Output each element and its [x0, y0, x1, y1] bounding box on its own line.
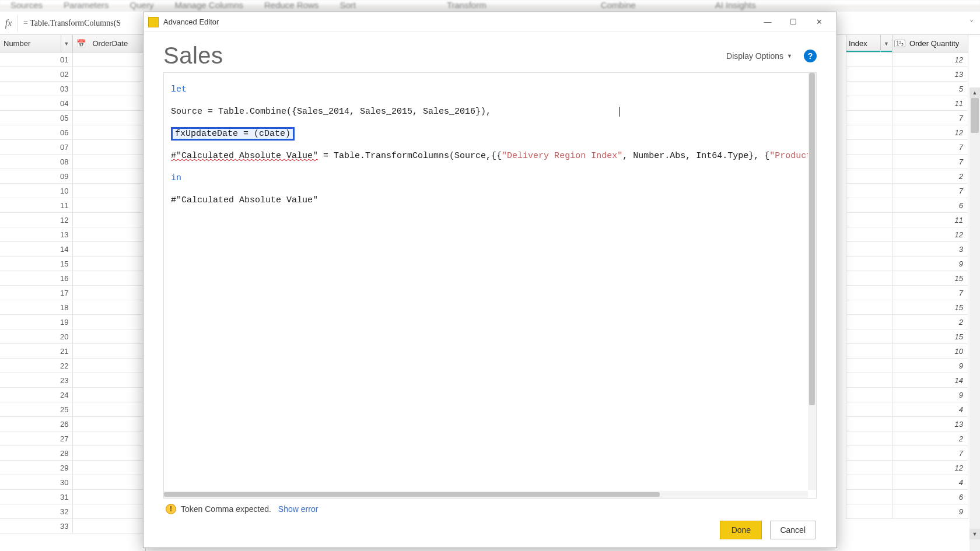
column-filter-button[interactable]: ▼ — [880, 35, 892, 52]
table-row[interactable]: 19 — [0, 315, 145, 329]
table-row[interactable]: 4 — [846, 475, 968, 490]
dialog-title-bar: Advanced Editor — ☐ ✕ — [144, 12, 836, 32]
table-row[interactable]: 31 — [0, 490, 145, 504]
table-row[interactable]: 04 — [0, 96, 145, 111]
table-row[interactable]: 11 — [846, 213, 968, 227]
table-row[interactable]: 13 — [846, 417, 968, 431]
table-row[interactable]: 05 — [0, 111, 145, 125]
table-row[interactable]: 7 — [846, 446, 968, 461]
table-row[interactable]: 25 — [0, 402, 145, 417]
table-row[interactable]: 12 — [846, 52, 968, 67]
help-button[interactable]: ? — [804, 50, 817, 62]
table-row[interactable]: 12 — [846, 461, 968, 475]
table-row[interactable]: 7 — [846, 286, 968, 300]
table-row[interactable]: 4 — [846, 402, 968, 417]
code-editor[interactable]: let Source = Table.Combine({Sales_2014, … — [163, 72, 817, 499]
table-row[interactable]: 10 — [0, 184, 145, 198]
ribbon-item[interactable]: Parameters — [53, 0, 120, 5]
table-row[interactable]: 06 — [0, 125, 145, 140]
ribbon-item[interactable]: AI Insights — [705, 0, 766, 5]
done-button[interactable]: Done — [720, 521, 762, 539]
table-row[interactable]: 27 — [0, 431, 145, 446]
editor-vertical-scrollbar[interactable] — [808, 73, 816, 490]
table-row[interactable]: 11 — [0, 198, 145, 213]
table-row[interactable]: 2 — [846, 315, 968, 329]
cancel-button[interactable]: Cancel — [770, 521, 816, 539]
table-row[interactable]: 2 — [846, 169, 968, 184]
highlighted-code-segment: fxUpdateDate = (cDate) — [171, 127, 295, 141]
table-row[interactable]: 07 — [0, 140, 145, 155]
table-row[interactable]: 33 — [0, 519, 145, 534]
column-header-orderdate[interactable]: 📅 OrderDate — [73, 35, 146, 52]
column-header-order-quantity[interactable]: 1²₃ Order Quantity — [892, 35, 968, 52]
table-row[interactable]: 14 — [846, 373, 968, 388]
table-row[interactable]: 15 — [846, 329, 968, 344]
table-row[interactable]: 6 — [846, 490, 968, 504]
table-row[interactable]: 23 — [0, 373, 145, 388]
scrollbar-thumb[interactable] — [164, 492, 660, 497]
table-row[interactable]: 02 — [0, 67, 145, 82]
table-row[interactable]: 2 — [846, 431, 968, 446]
table-row[interactable]: 7 — [846, 140, 968, 155]
column-header-number[interactable]: Number ▼ — [0, 35, 73, 52]
table-row[interactable]: 21 — [0, 344, 145, 359]
table-row[interactable]: 08 — [0, 155, 145, 169]
table-row[interactable]: 5 — [846, 82, 968, 96]
display-options-dropdown[interactable]: Display Options ▼ — [720, 48, 798, 64]
table-row[interactable]: 18 — [0, 300, 145, 315]
table-row[interactable]: 15 — [0, 257, 145, 271]
table-row[interactable]: 15 — [846, 300, 968, 315]
table-row[interactable]: 17 — [0, 286, 145, 300]
ribbon-item[interactable]: Manage Columns — [164, 0, 254, 5]
table-row[interactable]: 7 — [846, 111, 968, 125]
ribbon-item[interactable]: Sort — [329, 0, 366, 5]
table-row[interactable]: 01 — [0, 52, 145, 67]
table-row[interactable]: 14 — [0, 242, 145, 257]
table-row[interactable]: 24 — [0, 388, 145, 402]
table-row[interactable]: 7 — [846, 155, 968, 169]
table-row[interactable]: 9 — [846, 359, 968, 373]
ribbon-item[interactable]: Combine — [590, 0, 646, 5]
scroll-up-button[interactable]: ▲ — [970, 87, 980, 98]
column-filter-button[interactable]: ▼ — [61, 35, 72, 52]
table-row[interactable]: 30 — [0, 475, 145, 490]
vertical-scrollbar[interactable]: ▲ ▼ — [970, 87, 980, 551]
table-row[interactable]: 15 — [846, 271, 968, 286]
table-row[interactable]: 11 — [846, 96, 968, 111]
table-row[interactable]: 22 — [0, 359, 145, 373]
ribbon-item[interactable]: Transform — [436, 0, 497, 5]
show-error-link[interactable]: Show error — [278, 504, 318, 514]
scroll-down-button[interactable]: ▼ — [970, 529, 980, 539]
formula-expand-button[interactable]: ˅ — [963, 19, 980, 28]
table-row[interactable]: 10 — [846, 344, 968, 359]
table-row[interactable]: 9 — [846, 504, 968, 519]
table-row[interactable]: 12 — [0, 213, 145, 227]
table-row[interactable]: 16 — [0, 271, 145, 286]
editor-horizontal-scrollbar[interactable] — [164, 491, 808, 498]
table-row[interactable]: 28 — [0, 446, 145, 461]
table-row[interactable]: 6 — [846, 198, 968, 213]
table-row[interactable]: 09 — [0, 169, 145, 184]
ribbon-item[interactable]: Reduce Rows — [254, 0, 329, 5]
table-row[interactable]: 12 — [846, 125, 968, 140]
minimize-button[interactable]: — — [755, 12, 780, 31]
close-button[interactable]: ✕ — [806, 12, 832, 31]
scrollbar-thumb[interactable] — [971, 98, 979, 133]
table-row[interactable]: 13 — [0, 227, 145, 242]
table-row[interactable]: 26 — [0, 417, 145, 431]
table-row[interactable]: 13 — [846, 67, 968, 82]
maximize-button[interactable]: ☐ — [780, 12, 806, 31]
table-row[interactable]: 3 — [846, 242, 968, 257]
table-row[interactable]: 29 — [0, 461, 145, 475]
table-row[interactable]: 9 — [846, 388, 968, 402]
table-row[interactable]: 20 — [0, 329, 145, 344]
table-row[interactable]: 7 — [846, 184, 968, 198]
table-row[interactable]: 03 — [0, 82, 145, 96]
ribbon-item[interactable]: Sources — [0, 0, 53, 5]
scrollbar-thumb[interactable] — [809, 73, 815, 405]
table-row[interactable]: 32 — [0, 504, 145, 519]
table-row[interactable]: 9 — [846, 257, 968, 271]
column-header-index[interactable]: Index ▼ — [846, 35, 892, 52]
ribbon-item[interactable]: Query — [120, 0, 164, 5]
table-row[interactable]: 12 — [846, 227, 968, 242]
